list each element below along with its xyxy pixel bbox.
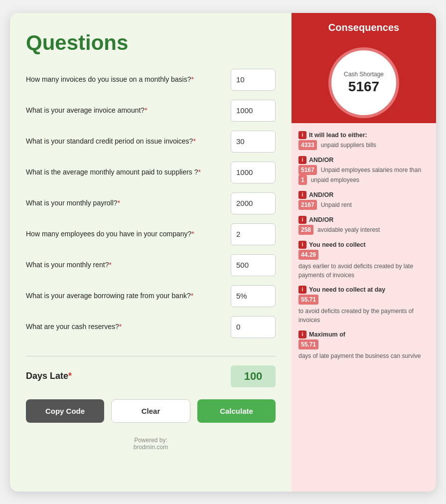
question-row: What is your standard credit period on i… [26, 131, 276, 153]
copy-code-button[interactable]: Copy Code [26, 399, 104, 423]
info-icon: i [298, 216, 306, 224]
consequence-value: 4333 [298, 140, 317, 150]
days-late-label: Days Late* [26, 371, 72, 381]
consequence-value: 2167 [298, 200, 317, 210]
question-input-q7[interactable] [231, 254, 276, 276]
consequence-value: 55.71 [298, 295, 318, 305]
days-late-required: * [68, 371, 72, 381]
right-header: Consequences [292, 13, 436, 40]
main-container: Questions How many invoices do you issue… [10, 13, 436, 492]
consequence-text: to avoid deficits created by the payment… [298, 307, 429, 325]
consequence-item: iAND/OR2167Unpaid rent [298, 191, 429, 210]
left-panel: Questions How many invoices do you issue… [10, 13, 292, 492]
consequence-value: 1 [298, 175, 307, 185]
consequence-line: 1unpaid employees [298, 175, 429, 185]
consequence-header-text: AND/OR [309, 191, 333, 198]
consequence-text: days earlier to avoid deficits created b… [298, 262, 429, 280]
consequence-text: avoidable yealy interest [317, 225, 380, 234]
info-icon: i [298, 241, 306, 249]
consequence-header-text: AND/OR [309, 216, 333, 223]
consequence-text: Unpaid rent [321, 200, 352, 209]
question-row: What is your monthly rent?* [26, 254, 276, 276]
days-late-row: Days Late* 100 [26, 365, 276, 387]
question-input-q2[interactable] [231, 100, 276, 122]
consequence-header-text: Maximum of [309, 331, 345, 338]
consequence-text: days of late payment the business can su… [298, 351, 421, 360]
consequence-line: 4333unpaid suppliers bills [298, 140, 429, 150]
gauge-container: Cash Shortage 5167 [292, 40, 436, 123]
questions-container: How many invoices do you issue on a mont… [26, 69, 276, 347]
info-icon: i [298, 331, 306, 338]
consequence-header-text: You need to collect at day [309, 286, 385, 293]
consequence-value: 44.29 [298, 250, 318, 260]
consequences-body: iIt will lead to either:4333unpaid suppl… [292, 123, 436, 492]
consequence-text: unpaid employees [311, 175, 359, 184]
consequence-item: iAND/OR258avoidable yealy interest [298, 216, 429, 235]
consequence-header: iAND/OR [298, 191, 429, 199]
consequence-line: 5167Unpaid employees salaries more than [298, 165, 429, 175]
consequence-item: iYou need to collect44.29days earlier to… [298, 241, 429, 280]
consequence-header-text: You need to collect [309, 241, 366, 248]
info-icon: i [298, 156, 306, 164]
question-label: What is your average invoice amount?* [26, 106, 231, 116]
consequence-item: iIt will lead to either:4333unpaid suppl… [298, 131, 429, 150]
divider [26, 356, 276, 356]
question-label: What is your monthly payroll?* [26, 198, 231, 208]
question-input-q3[interactable] [231, 131, 276, 153]
days-late-value: 100 [231, 365, 276, 387]
info-icon: i [298, 191, 306, 199]
consequence-header: iMaximum of [298, 331, 429, 338]
consequence-header: iYou need to collect at day [298, 286, 429, 294]
consequence-value: 258 [298, 225, 313, 235]
question-input-q5[interactable] [231, 192, 276, 214]
question-input-q8[interactable] [231, 285, 276, 307]
consequence-item: iYou need to collect at day55.71to avoid… [298, 286, 429, 325]
powered-by-label: Powered by: [26, 437, 276, 444]
question-row: What is your average invoice amount?* [26, 100, 276, 122]
question-input-q6[interactable] [231, 223, 276, 245]
buttons-row: Copy Code Clear Calculate [26, 399, 276, 423]
question-label: What is the average monthly amount paid … [26, 168, 231, 177]
powered-by-site: brodmin.com [26, 444, 276, 451]
clear-button[interactable]: Clear [111, 399, 190, 423]
gauge-circle: Cash Shortage 5167 [331, 50, 396, 115]
consequence-header: iYou need to collect [298, 241, 429, 249]
question-row: What is your average borrowing rate from… [26, 285, 276, 307]
questions-title: Questions [26, 31, 276, 55]
info-icon: i [298, 131, 306, 139]
question-input-q9[interactable] [231, 316, 276, 338]
consequence-item: iMaximum of55.71days of late payment the… [298, 331, 429, 360]
question-label: What is your monthly rent?* [26, 260, 231, 270]
question-input-q1[interactable] [231, 69, 276, 91]
consequence-line: 44.29days earlier to avoid deficits crea… [298, 250, 429, 280]
info-icon: i [298, 286, 306, 294]
consequence-line: 55.71to avoid deficits created by the pa… [298, 295, 429, 325]
consequence-header: iIt will lead to either: [298, 131, 429, 139]
powered-by: Powered by: brodmin.com [26, 437, 276, 451]
calculate-button[interactable]: Calculate [197, 399, 276, 423]
consequence-header-text: It will lead to either: [309, 132, 367, 139]
question-input-q4[interactable] [231, 162, 276, 183]
question-row: What are your cash reserves?* [26, 316, 276, 338]
consequence-header: iAND/OR [298, 156, 429, 164]
question-row: What is your monthly payroll?* [26, 192, 276, 214]
consequence-value: 55.71 [298, 339, 318, 349]
question-row: How many employees do you have in your c… [26, 223, 276, 245]
question-row: What is the average monthly amount paid … [26, 162, 276, 183]
consequence-line: 55.71days of late payment the business c… [298, 339, 429, 360]
question-label: How many invoices do you issue on a mont… [26, 75, 231, 85]
consequence-text: unpaid suppliers bills [321, 141, 376, 150]
consequence-header-text: AND/OR [309, 157, 333, 164]
consequence-header: iAND/OR [298, 216, 429, 224]
consequence-text: Unpaid employees salaries more than [321, 166, 421, 174]
consequence-line: 258avoidable yealy interest [298, 225, 429, 235]
question-label: What is your standard credit period on i… [26, 137, 231, 147]
consequence-line: 2167Unpaid rent [298, 200, 429, 210]
right-panel: Consequences Cash Shortage 5167 iIt will… [292, 13, 436, 492]
question-label: How many employees do you have in your c… [26, 229, 231, 239]
consequence-value: 5167 [298, 165, 317, 175]
question-row: How many invoices do you issue on a mont… [26, 69, 276, 91]
question-label: What is your average borrowing rate from… [26, 291, 231, 301]
consequence-item: iAND/OR5167Unpaid employees salaries mor… [298, 156, 429, 185]
gauge-ring [329, 48, 398, 117]
